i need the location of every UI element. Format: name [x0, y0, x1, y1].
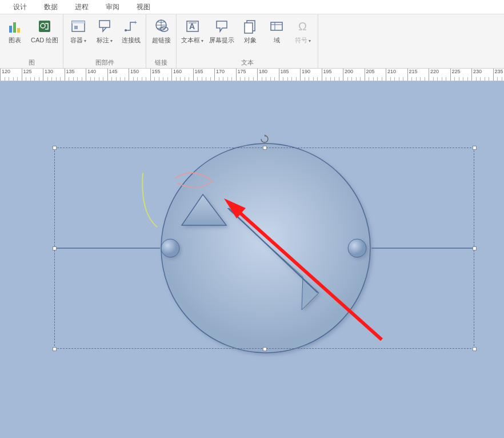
svg-point-9 — [125, 29, 127, 31]
canvas-area[interactable] — [0, 81, 504, 438]
chart-label: 图表 — [9, 37, 21, 44]
selection-handle[interactable] — [473, 246, 477, 250]
ribbon-group-parts: 容器▾ 标注▾ + 连接 — [63, 14, 146, 68]
menu-view[interactable]: 视图 — [128, 0, 159, 14]
container-icon — [69, 17, 87, 35]
screentip-label: 屏幕提示 — [209, 37, 234, 44]
ribbon-group-link: 超链接 链接 — [146, 14, 177, 68]
connector-icon: + — [122, 17, 140, 35]
chevron-down-icon: ▾ — [201, 38, 203, 43]
cad-label: CAD 绘图 — [31, 37, 58, 44]
chevron-down-icon: ▾ — [110, 38, 113, 43]
svg-rect-17 — [245, 23, 253, 33]
field-icon — [267, 17, 286, 35]
svg-text:+: + — [134, 19, 137, 26]
symbol-label: 符号▾ — [295, 37, 311, 44]
rotation-handle-icon[interactable] — [260, 134, 269, 144]
hyperlink-button[interactable]: 超链接 — [150, 15, 173, 46]
textbox-button[interactable]: A 文本框▾ — [180, 15, 205, 46]
group-label-parts: 图部件 — [67, 58, 142, 68]
menu-data[interactable]: 数据 — [35, 0, 66, 14]
selection-handle[interactable] — [473, 146, 477, 150]
svg-rect-8 — [99, 21, 110, 27]
selection-handle[interactable] — [473, 347, 477, 351]
menu-process[interactable]: 进程 — [66, 0, 97, 14]
screentip-button[interactable]: 屏幕提示 — [208, 15, 235, 46]
connector-label: 连接线 — [122, 37, 141, 44]
field-button[interactable]: 域 — [265, 15, 288, 46]
svg-rect-18 — [271, 22, 282, 30]
callout-button[interactable]: 标注▾ — [93, 15, 116, 46]
cad-drawing-button[interactable]: CAD 绘图 — [30, 15, 59, 46]
hyperlink-label: 超链接 — [152, 37, 171, 44]
callout-label: 标注▾ — [97, 37, 113, 44]
textbox-label: 文本框▾ — [181, 37, 203, 44]
object-button[interactable]: 对象 — [239, 15, 262, 46]
chevron-down-icon: ▾ — [84, 38, 86, 43]
container-button[interactable]: 容器▾ — [67, 15, 90, 46]
group-label-link: 链接 — [150, 58, 173, 68]
selection-outline[interactable] — [54, 148, 474, 349]
selection-handle[interactable] — [53, 347, 57, 351]
svg-rect-1 — [13, 22, 16, 33]
svg-rect-0 — [9, 26, 12, 33]
svg-text:Ω: Ω — [298, 20, 307, 33]
globe-icon — [152, 17, 170, 35]
group-label-text: 文本 — [180, 58, 314, 68]
ribbon: 图表 CAD 绘图 图 — [0, 14, 504, 69]
selection-handle[interactable] — [263, 146, 267, 150]
chart-button[interactable]: 图表 — [3, 15, 26, 46]
svg-rect-6 — [72, 21, 85, 23]
svg-rect-7 — [74, 26, 78, 29]
selection-handle[interactable] — [263, 347, 267, 351]
connector-button[interactable]: + 连接线 — [119, 15, 142, 46]
ribbon-group-text: A 文本框▾ 屏幕提示 — [177, 14, 318, 68]
horizontal-ruler: 1201251301351401451501551601651701751801… — [0, 69, 504, 81]
cad-drawing-icon — [35, 17, 54, 35]
callout-icon — [95, 17, 114, 35]
menu-bar: 设计 数据 进程 审阅 视图 — [0, 0, 504, 14]
screen-tip-icon — [213, 17, 231, 35]
chevron-down-icon: ▾ — [309, 38, 311, 43]
omega-icon: Ω — [294, 17, 312, 35]
group-label-figure: 图 — [3, 58, 59, 68]
menu-review[interactable]: 审阅 — [97, 0, 128, 14]
object-label: 对象 — [244, 37, 257, 44]
selection-handle[interactable] — [53, 146, 57, 150]
field-label: 域 — [274, 37, 280, 44]
bar-chart-icon — [6, 17, 24, 35]
text-box-icon: A — [183, 17, 202, 35]
selection-handle[interactable] — [53, 246, 57, 250]
ribbon-group-figure: 图表 CAD 绘图 图 — [0, 14, 63, 68]
svg-rect-2 — [17, 28, 20, 33]
object-icon — [241, 17, 259, 35]
symbol-button[interactable]: Ω 符号▾ — [291, 15, 314, 46]
menu-design[interactable]: 设计 — [5, 0, 35, 14]
container-label: 容器▾ — [70, 37, 86, 44]
